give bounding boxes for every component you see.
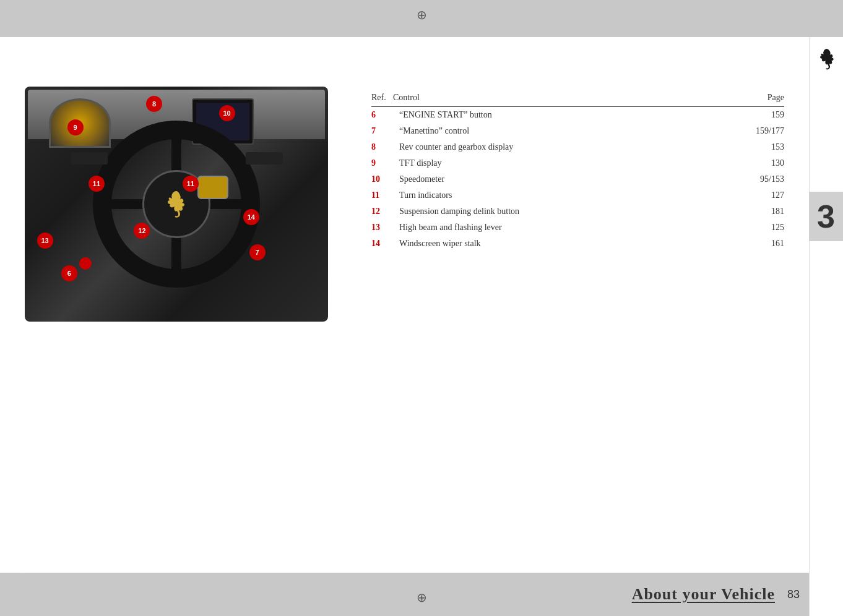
top-bar: ⊕ [0,0,843,37]
control-name: Suspension damping delink button [393,203,712,220]
engine-start-button [79,257,92,270]
chapter-number: 3 [817,198,835,235]
ref-number: 8 [371,139,393,155]
table-row: 14Windscreen wiper stalk161 [371,236,784,252]
callout-14: 14 [243,209,259,225]
control-name: TFT display [393,155,712,171]
main-content: 8 10 9 11 11 14 13 12 6 7 [0,37,809,573]
footer-page-number: 83 [787,588,800,601]
footer-bar: About your Vehicle 83 ⊕ [0,573,843,616]
table-row: 9TFT display130 [371,155,784,171]
chapter-tab: 3 [809,192,843,241]
page-reference: 130 [712,155,784,171]
steering-wheel-image-area: 8 10 9 11 11 14 13 12 6 7 [25,87,334,322]
page-reference: 95/153 [712,171,784,187]
control-name: “ENGINE START” button [393,107,712,124]
page-reference: 159 [712,107,784,124]
reference-table: Ref. Control Page 6“ENGINE START” button… [371,93,784,252]
callout-6: 6 [61,265,77,281]
ref-number: 7 [371,123,393,139]
page-reference: 125 [712,220,784,236]
table-row: 12Suspension damping delink button181 [371,203,784,220]
ref-number: 9 [371,155,393,171]
control-name: High beam and flashing lever [393,220,712,236]
ref-number: 14 [371,236,393,252]
table-row: 6“ENGINE START” button159 [371,107,784,124]
manettino-dial [197,176,228,199]
table-row: 8Rev counter and gearbox display153 [371,139,784,155]
ferrari-logo-area [816,46,837,74]
callout-10: 10 [219,105,235,121]
ferrari-horse-icon [816,46,837,71]
left-paddle [71,152,108,165]
page-reference: 181 [712,203,784,220]
crosshair-top-icon: ⊕ [414,7,429,22]
page-reference: 161 [712,236,784,252]
ref-number: 11 [371,187,393,203]
callout-8: 8 [146,96,162,112]
ref-number: 10 [371,171,393,187]
control-name: Rev counter and gearbox display [393,139,712,155]
control-name: Turn indicators [393,187,712,203]
col-header-control: Control [393,93,712,107]
table-row: 13High beam and flashing lever125 [371,220,784,236]
page-reference: 127 [712,187,784,203]
ref-number: 12 [371,203,393,220]
callout-7: 7 [249,244,266,260]
col-header-page: Page [712,93,784,107]
table-row: 7“Manettino” control159/177 [371,123,784,139]
reference-table-area: Ref. Control Page 6“ENGINE START” button… [334,87,784,252]
right-paddle [246,152,283,165]
page-reference: 159/177 [712,123,784,139]
center-horse-icon [164,189,189,219]
control-name: Speedometer [393,171,712,187]
ref-number: 6 [371,107,393,124]
callout-11-right: 11 [183,176,199,192]
table-row: 10Speedometer95/153 [371,171,784,187]
steering-wheel-image: 8 10 9 11 11 14 13 12 6 7 [25,87,328,322]
ref-number: 13 [371,220,393,236]
footer-title: About your Vehicle [632,585,775,604]
col-header-ref: Ref. [371,93,393,107]
right-sidebar: 3 [809,37,843,616]
callout-9: 9 [67,119,84,135]
crosshair-bottom-icon: ⊕ [417,590,427,605]
control-name: Windscreen wiper stalk [393,236,712,252]
table-row: 11Turn indicators127 [371,187,784,203]
callout-13: 13 [37,233,53,249]
page-reference: 153 [712,139,784,155]
control-name: “Manettino” control [393,123,712,139]
